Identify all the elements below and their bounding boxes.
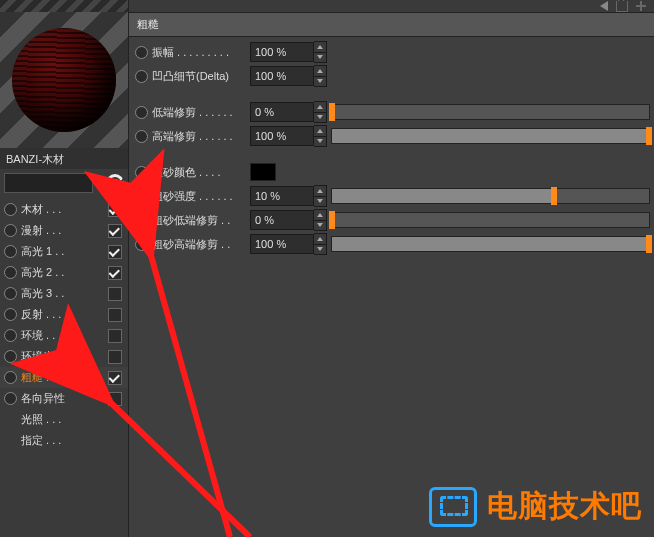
param-radio-icon[interactable] [135,46,148,59]
spinner[interactable] [314,65,327,87]
channel-row-4[interactable]: 高光 3 . . [0,283,128,304]
channel-label: 木材 . . . [21,202,104,217]
channel-row-6[interactable]: 环境 . . . [0,325,128,346]
slider-track[interactable] [331,212,650,228]
channel-checkbox[interactable] [108,203,122,217]
param-grit_color: 粗砂颜色 . . . . [133,161,650,183]
channel-row-10[interactable]: 光照 . . . [0,409,128,430]
channel-checkbox[interactable] [108,266,122,280]
param-delta: 凹凸细节(Delta)100 % [133,65,650,87]
slider-track[interactable] [331,236,650,252]
spinner[interactable] [314,101,327,123]
param-grit_high_clip: 粗砂高端修剪 . .100 % [133,233,650,255]
param-radio-icon[interactable] [135,130,148,143]
param-label: 粗砂高端修剪 . . [152,237,250,252]
channel-checkbox[interactable] [108,245,122,259]
value-input[interactable]: 100 % [250,126,314,146]
param-radio-icon[interactable] [135,238,148,251]
channel-radio-icon[interactable] [4,266,17,279]
dropdown-caret-icon[interactable] [97,179,102,187]
back-caret-icon[interactable] [600,1,608,11]
grip-strip[interactable] [0,0,128,12]
param-label: 低端修剪 . . . . . . [152,105,250,120]
value-input[interactable]: 100 % [250,66,314,86]
channel-label: 反射 . . . [21,307,104,322]
spinner[interactable] [314,233,327,255]
channel-checkbox[interactable] [108,308,122,322]
channel-label: 指定 . . . [21,433,104,448]
channel-row-1[interactable]: 漫射 . . . [0,220,128,241]
channel-checkbox[interactable] [108,371,122,385]
material-preview[interactable] [0,12,128,148]
channel-checkbox[interactable] [108,350,122,364]
shader-search-input[interactable] [4,173,93,193]
value-input[interactable]: 0 % [250,210,314,230]
slider-track[interactable] [331,128,650,144]
watermark-logo-icon [429,487,477,527]
slider-knob[interactable] [329,103,335,121]
param-radio-icon[interactable] [135,70,148,83]
watermark-text: 电脑技术吧 [487,486,642,527]
channel-checkbox[interactable] [108,224,122,238]
lock-icon[interactable] [616,1,628,12]
channel-checkbox[interactable] [108,329,122,343]
value-input[interactable]: 0 % [250,102,314,122]
spinner[interactable] [314,41,327,63]
slider-knob[interactable] [646,127,652,145]
value-input[interactable]: 10 % [250,186,314,206]
value-input[interactable]: 100 % [250,234,314,254]
channel-row-5[interactable]: 反射 . . . [0,304,128,325]
channel-row-2[interactable]: 高光 1 . . [0,241,128,262]
param-label: 粗砂低端修剪 . . [152,213,250,228]
param-radio-icon[interactable] [135,214,148,227]
channel-label: 环境 . . . [21,328,104,343]
channel-row-11[interactable]: 指定 . . . [0,430,128,451]
channel-radio-icon[interactable] [4,245,17,258]
channel-checkbox[interactable] [108,287,122,301]
channel-row-9[interactable]: 各向异性 [0,388,128,409]
param-grit_low_clip: 粗砂低端修剪 . .0 % [133,209,650,231]
channel-label: 漫射 . . . [21,223,104,238]
channel-row-0[interactable]: 木材 . . . [0,199,128,220]
channel-radio-icon[interactable] [4,371,17,384]
channel-row-3[interactable]: 高光 2 . . [0,262,128,283]
channel-radio-icon[interactable] [4,308,17,321]
spinner[interactable] [314,185,327,207]
slider-knob[interactable] [551,187,557,205]
material-name[interactable]: BANZI-木材 [0,148,128,169]
slider-track[interactable] [331,188,650,204]
param-radio-icon[interactable] [135,190,148,203]
param-grit_intensity: 粗砂强度 . . . . . .10 % [133,185,650,207]
param-label: 粗砂颜色 . . . . [152,165,250,180]
watermark: 电脑技术吧 [429,486,642,527]
channel-label: 光照 . . . [21,412,104,427]
add-icon[interactable] [636,1,646,11]
channel-row-8[interactable]: 粗糙 . . . [0,367,128,388]
channel-radio-icon[interactable] [4,392,17,405]
channel-radio-icon[interactable] [4,224,17,237]
slider-knob[interactable] [329,211,335,229]
param-high_clip: 高端修剪 . . . . . .100 % [133,125,650,147]
spinner[interactable] [314,209,327,231]
value-input[interactable]: 100 % [250,42,314,62]
preview-sphere [12,28,116,132]
channel-radio-icon[interactable] [4,203,17,216]
channel-row-7[interactable]: 环境光 . . [0,346,128,367]
param-amplitude: 振幅 . . . . . . . . .100 % [133,41,650,63]
slider-track[interactable] [331,104,650,120]
channel-checkbox[interactable] [108,392,122,406]
param-radio-icon[interactable] [135,106,148,119]
channel-radio-icon[interactable] [4,329,17,342]
channel-radio-icon[interactable] [4,287,17,300]
channel-radio-icon[interactable] [4,350,17,363]
panel-header-icons [129,0,654,12]
refresh-icon[interactable] [106,174,124,192]
slider-knob[interactable] [646,235,652,253]
left-panel: BANZI-木材 木材 . . .漫射 . . .高光 1 . .高光 2 . … [0,0,128,537]
group-header: 粗糙 [129,12,654,37]
channel-label: 粗糙 . . . [21,370,104,385]
spinner[interactable] [314,125,327,147]
param-radio-icon[interactable] [135,166,148,179]
color-swatch[interactable] [250,163,276,181]
right-panel: 粗糙 振幅 . . . . . . . . .100 %凹凸细节(Delta)1… [128,0,654,537]
